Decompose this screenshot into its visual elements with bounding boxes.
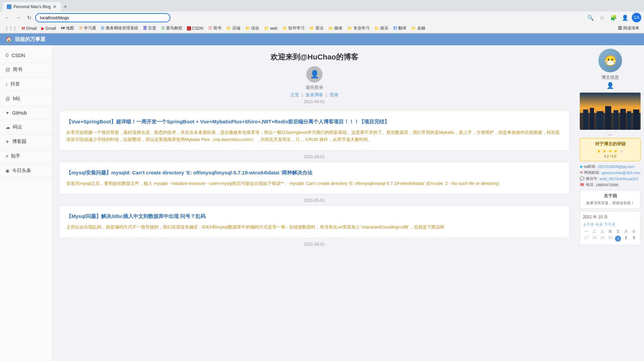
prev-day-29: 29 — [599, 235, 606, 242]
sidebar-item-toutiao[interactable]: ◉ 今日头条 — [0, 164, 52, 178]
sidebar-item-csdn[interactable]: © CSDN — [0, 49, 52, 63]
bookmark-xuetong-label: 学习通 — [84, 25, 96, 31]
bookmark-map[interactable]: 🗺 地图 — [59, 25, 76, 32]
post-title-2[interactable]: 【mysql安装问题】mysqld: Can't create director… — [66, 169, 563, 176]
blog-title: 欢迎来到@HuChao的博客 — [59, 52, 570, 62]
wechat-icon: 💬 — [580, 176, 585, 181]
user-avatar[interactable]: CA — [632, 13, 641, 22]
post-date-2: 2021-09-01 — [59, 195, 570, 206]
contact-phone: ☎ 电话: 18864470086 — [580, 182, 641, 187]
about-content: 如果没有苦途，那就去创造！ — [583, 200, 638, 206]
sidebar-item-bilibili[interactable]: @ b站 — [0, 92, 52, 106]
phone-label: 电话: — [586, 182, 594, 187]
weekday-mon: 一 — [583, 228, 590, 235]
search-icon[interactable]: 🔍 — [586, 13, 595, 22]
bookmark-csdn-label: CSDN — [192, 26, 204, 31]
day-1[interactable]: 1 — [614, 235, 622, 242]
sidebar-item-gitee[interactable]: ☁ 码云 — [0, 120, 52, 135]
jianshu-icon: 简 — [208, 25, 212, 31]
map-icon: 🗺 — [61, 26, 65, 31]
refresh-button[interactable]: ↻ — [24, 13, 34, 22]
email-value[interactable]: qwxohuchao@163.com — [601, 171, 640, 175]
forward-button[interactable]: → — [14, 13, 23, 22]
bookmark-jianshu[interactable]: 简 简书 — [206, 25, 223, 32]
post-title-1[interactable]: 【Vue+SpringBoot】超详细！一周开发一个SpringBoot + V… — [66, 118, 563, 125]
bookmark-map-label: 地图 — [66, 25, 74, 31]
profile-icon[interactable]: 👤 — [620, 13, 630, 22]
city-photo-svg — [580, 93, 641, 130]
about-label: 关于我 — [583, 193, 638, 199]
post-title-3[interactable]: 【Mysql问题】解决Jdbc插入中文到数据库中出现 问号？乱码 — [66, 213, 563, 220]
bookmark-jwgl[interactable]: 教 教务网络管理系统 — [99, 25, 140, 32]
bookmark-xuetong[interactable]: 学 学习通 — [77, 25, 98, 32]
bookmark-major[interactable]: 📁 专业学习 — [345, 25, 372, 32]
sidebar-item-jianshu[interactable]: @ 简书 — [0, 63, 52, 77]
bookmark-youtube-label: Gmail — [45, 26, 56, 31]
bookmark-general[interactable]: 📁 综合 — [243, 25, 261, 32]
runoob-icon: 菜 — [161, 25, 165, 31]
bookmark-baidu[interactable]: 百 百度 — [141, 25, 158, 32]
sidebar-item-toutiao-label: 今日头条 — [12, 168, 31, 174]
bookmark-runoob-label: 菜鸟教程 — [166, 25, 182, 31]
email-icon: ✉ — [580, 170, 583, 175]
reading-list[interactable]: ☰ 阅读清单 — [616, 25, 641, 32]
day-2[interactable]: 2 — [622, 235, 629, 242]
post-excerpt-3: 之所以会出现乱码，就是编码方式不一致导致的，我们应该首先确定 - IDEA和my… — [66, 224, 563, 231]
bookmark-media[interactable]: 📁 媒体 — [326, 25, 344, 32]
bookmark-backend[interactable]: 📁 后端 — [224, 25, 242, 32]
baidu-icon: 百 — [143, 25, 147, 31]
please-login: 请先登录 — [59, 85, 570, 91]
bookmark-csdn[interactable]: C CSDN — [185, 25, 206, 31]
next-month-button[interactable]: 下个月 — [604, 222, 615, 227]
post-card-1: 【Vue+SpringBoot】超详细！一周开发一个SpringBoot + V… — [59, 111, 570, 150]
calendar-section: 2021 年 10 月 上个月 今天 下个月 一 二 三 四 五 六 日 27 … — [580, 211, 641, 245]
extensions-icon[interactable]: 🧩 — [609, 13, 618, 22]
post-excerpt-2: 安装完mysql之后，要初始化数据文件，输入 mysqld --initiali… — [66, 180, 563, 187]
prev-month-button[interactable]: 上个月 — [583, 222, 594, 227]
nav-home-link[interactable]: 主页 — [290, 92, 299, 97]
sidebar-item-jianshu-label: 简书 — [13, 67, 22, 73]
bookmark-apps[interactable]: ⋮⋮⋮ — [3, 25, 19, 31]
rating-label: 对于博主的评级 — [583, 141, 638, 147]
bookmark-youtube[interactable]: ▶ Gmail — [39, 25, 58, 31]
zhihu-sidebar-icon: ≡ — [5, 153, 8, 159]
nav-post-link[interactable]: 发表博客 — [306, 92, 323, 97]
active-tab[interactable]: Personal Mao's Blog ✕ — [3, 2, 61, 11]
bookmark-runoob[interactable]: 菜 菜鸟教程 — [159, 25, 184, 32]
github-sidebar-icon: ✦ — [5, 110, 9, 116]
bookmark-software[interactable]: 📁 软件学习 — [280, 25, 307, 32]
weekday-wed: 三 — [599, 228, 606, 235]
star1: ★ — [597, 148, 601, 154]
address-input[interactable] — [35, 13, 170, 22]
bookmark-star-icon[interactable]: ☆ — [597, 13, 607, 22]
sidebar-item-github[interactable]: ✦ GitHub — [0, 106, 52, 120]
contact-info: ◆ qq邮箱: 2557523039@qq.com ✉ 网易邮箱: qwxohu… — [580, 164, 641, 187]
bookmark-translate[interactable]: 翻 翻译 — [391, 25, 408, 32]
bookmark-finance[interactable]: 📁 金融 — [409, 25, 427, 32]
site-header: 🏠 胡超的万事屋 — [0, 33, 644, 45]
qq-value[interactable]: 2557523039@qq.com — [598, 165, 634, 169]
sidebar-item-cnblogs[interactable]: ✈ 博客园 — [0, 135, 52, 149]
sidebar-item-zhihu[interactable]: ≡ 知乎 — [0, 149, 52, 164]
bookmarks-bar: ⋮⋮⋮ M Gmail ▶ Gmail 🗺 地图 学 学习通 教 教务网络管理系… — [0, 24, 644, 33]
back-button[interactable]: ← — [3, 13, 12, 22]
blog-nav-links: 主页 | 发表博客 | 登录 — [59, 92, 570, 98]
rating-section: 对于博主的评级 ★ ★ ★ ★ ★ 4.2 / 5.0 — [580, 138, 641, 161]
post-card-3: 【Mysql问题】解决Jdbc插入中文到数据库中出现 问号？乱码 之所以会出现乱… — [59, 206, 570, 238]
today-button[interactable]: 今天 — [595, 222, 603, 227]
new-tab-button[interactable]: + — [61, 3, 70, 10]
bookmark-entertainment[interactable]: 📁 娱乐 — [372, 25, 390, 32]
day-3[interactable]: 3 — [630, 235, 638, 242]
gmail-icon: M — [22, 26, 25, 31]
tab-title: Personal Mao's Blog — [14, 4, 51, 9]
nav-login-link[interactable]: 登录 — [330, 92, 338, 97]
sidebar-item-douyin[interactable]: ♪ 抖音 — [0, 77, 52, 92]
star3: ★ — [608, 148, 613, 154]
bookmark-gmail[interactable]: M Gmail — [20, 25, 39, 31]
tab-close-button[interactable]: ✕ — [53, 4, 57, 9]
bookmark-web[interactable]: 📁 web — [262, 25, 280, 31]
svg-rect-6 — [614, 110, 618, 130]
bookmark-algorithm[interactable]: 📁 算法 — [307, 25, 326, 32]
sidebar-item-gitee-label: 码云 — [13, 124, 22, 130]
right-sidebar: 😷 博主信息 👤 — [576, 45, 644, 361]
